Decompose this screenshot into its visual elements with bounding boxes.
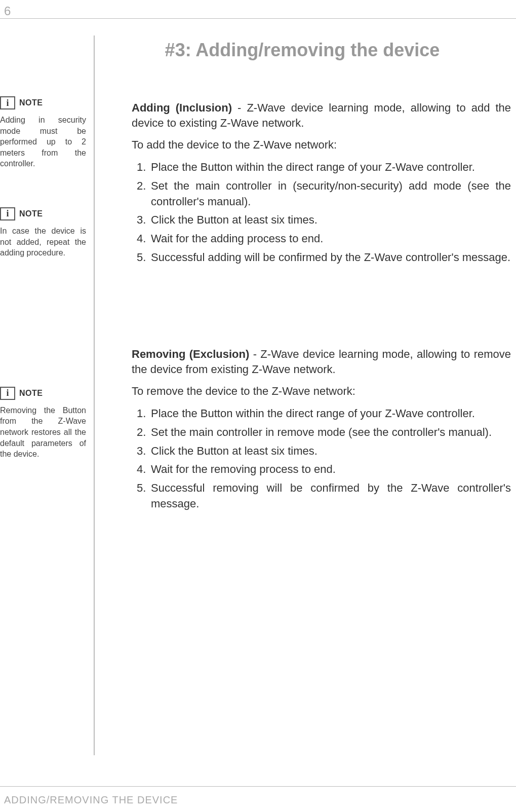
step: 4.Wait for the adding process to end. (137, 231, 511, 247)
info-icon: i (0, 207, 15, 220)
step-text: Wait for the adding process to end. (151, 232, 323, 245)
section-title: #3: Adding/removing the device (94, 40, 511, 61)
note-label: NOTE (19, 209, 43, 218)
step-text: Click the Button at least six times. (151, 445, 317, 457)
note-box: i NOTE Adding in security mode must be p… (0, 96, 86, 169)
step-text: Set the main controller in remove mode (… (151, 426, 492, 438)
note-box: i NOTE Removing the Button from the Z-Wa… (0, 387, 86, 460)
info-icon: i (0, 96, 15, 109)
note-text: Adding in security mode must be performe… (0, 115, 86, 169)
step: 4.Wait for the removing process to end. (137, 462, 511, 477)
step: 2.Set the main controller in remove mode… (137, 425, 511, 440)
adding-steps: 1.Place the Button within the direct ran… (137, 160, 511, 266)
step-text: Click the Button at least six times. (151, 213, 317, 226)
vertical-rule (94, 35, 95, 755)
note-head: i NOTE (0, 387, 86, 400)
step-text: Successful adding will be confirmed by t… (151, 251, 510, 264)
step: 5.Successful adding will be confirmed by… (137, 250, 511, 266)
info-icon: i (0, 387, 15, 400)
removing-intro: To remove the device to the Z-Wave netwo… (132, 384, 511, 399)
step-text: Wait for the removing process to end. (151, 463, 336, 475)
removing-lead-strong: Removing (Exclusion) (132, 348, 249, 360)
step: 3.Click the Button at least six times. (137, 212, 511, 228)
note-box: i NOTE In case the device is not added, … (0, 207, 86, 259)
step-text: Place the Button within the direct range… (151, 407, 475, 420)
footer-text: ADDING/REMOVING THE DEVICE (4, 794, 178, 806)
page-number: 6 (4, 4, 11, 18)
adding-intro: To add the device to the Z-Wave network: (132, 137, 511, 153)
step: 2.Set the main controller in (security/n… (137, 178, 511, 210)
step: 5.Successful removing will be confirmed … (137, 481, 511, 512)
removing-steps: 1.Place the Button within the direct ran… (137, 406, 511, 512)
step: 3.Click the Button at least six times. (137, 444, 511, 459)
step-text: Set the main controller in (security/non… (151, 179, 511, 208)
note-label: NOTE (19, 98, 43, 107)
removing-lead: Removing (Exclusion) - Z-Wave device lea… (132, 347, 511, 377)
step-text: Place the Button within the direct range… (151, 161, 475, 173)
step-text: Successful removing will be confirmed by… (151, 482, 511, 510)
note-label: NOTE (19, 389, 43, 398)
page: 6 #3: Adding/removing the device i NOTE … (0, 0, 516, 812)
sidebar: i NOTE Adding in security mode must be p… (0, 96, 86, 477)
adding-lead-strong: Adding (Inclusion) (132, 101, 232, 114)
note-head: i NOTE (0, 207, 86, 220)
adding-lead: Adding (Inclusion) - Z-Wave device learn… (132, 100, 511, 130)
top-rule (0, 18, 516, 19)
note-head: i NOTE (0, 96, 86, 109)
main-content: Adding (Inclusion) - Z-Wave device learn… (132, 100, 511, 527)
bottom-rule (0, 786, 516, 787)
note-text: In case the device is not added, repeat … (0, 226, 86, 259)
step: 1.Place the Button within the direct ran… (137, 160, 511, 175)
step: 1.Place the Button within the direct ran… (137, 406, 511, 422)
note-text: Removing the Button from the Z-Wave netw… (0, 405, 86, 460)
